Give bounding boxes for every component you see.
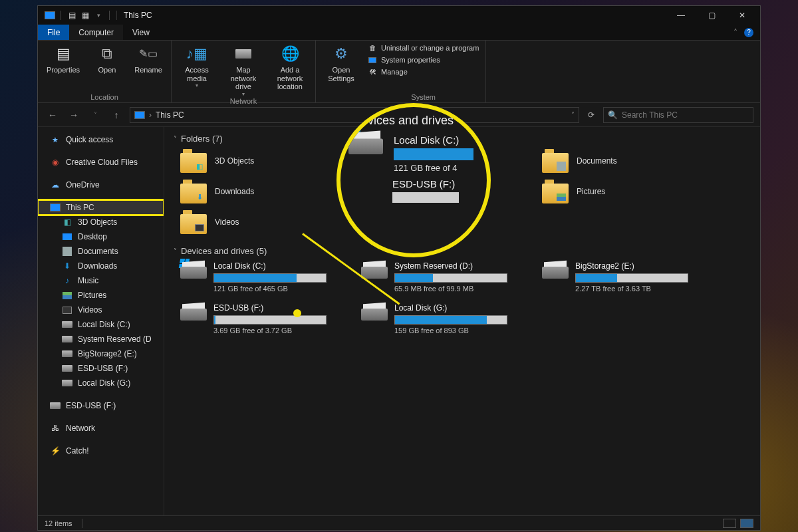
add-location-icon: 🌐 (279, 43, 301, 65)
drive-name: ESD-USB (F:) (213, 303, 346, 313)
sidebar-pictures[interactable]: Pictures (38, 288, 164, 303)
drive-icon (361, 303, 388, 323)
drive-icon (62, 363, 72, 374)
access-media-button[interactable]: ♪▦ Access media▾ (178, 43, 215, 88)
folder-3d-objects[interactable]: ◧3D Objects (180, 149, 346, 173)
ribbon-group-system: ⚙ Open Settings 🗑Uninstall or change a p… (316, 41, 486, 102)
network-icon (50, 423, 61, 434)
network-drive-icon (233, 43, 254, 65)
qat-dropdown-icon[interactable]: ▾ (93, 10, 104, 21)
sidebar-bigstorage[interactable]: BigStorage2 (E:) (38, 346, 164, 361)
back-button[interactable]: ← (45, 110, 61, 120)
tab-view[interactable]: View (123, 25, 159, 40)
sidebar-catch[interactable]: Catch! (38, 444, 164, 458)
sidebar-music[interactable]: Music (38, 273, 164, 288)
forward-button[interactable]: → (66, 110, 82, 120)
tab-file[interactable]: File (38, 25, 69, 40)
help-icon[interactable]: ? (744, 28, 753, 37)
chevron-down-icon: ˅ (174, 135, 177, 142)
drive-item[interactable]: BigStorage2 (E:) 2.27 TB free of 3.63 TB (542, 261, 708, 293)
file-explorer-window: ▤ ▦ ▾ This PC — ▢ ✕ File Computer View ˄… (37, 5, 761, 531)
drive-name: Local Disk (G:) (394, 303, 527, 313)
pc-icon (50, 202, 61, 213)
sidebar-documents[interactable]: Documents (38, 244, 164, 259)
address-box[interactable]: › This PC ˅ (130, 107, 579, 123)
map-network-drive-button[interactable]: Map network drive▾ (225, 43, 262, 97)
sidebar-local-disk-c[interactable]: Local Disk (C:) (38, 317, 164, 332)
sidebar-esd-usb[interactable]: ESD-USB (F:) (38, 361, 164, 376)
add-network-location-button[interactable]: 🌐 Add a network location (271, 43, 309, 91)
chevron-right-icon: › (149, 110, 152, 120)
open-icon: ⧉ (96, 43, 118, 65)
tab-computer[interactable]: Computer (69, 25, 123, 40)
details-view-button[interactable] (723, 519, 736, 528)
system-properties-button[interactable]: System properties (368, 55, 479, 65)
sidebar-quick-access[interactable]: Quick access (38, 132, 164, 147)
folder-pictures[interactable]: Pictures (542, 180, 708, 203)
capacity-bar (213, 273, 327, 283)
uninstall-icon: 🗑 (368, 43, 377, 53)
sidebar-onedrive[interactable]: OneDrive (38, 178, 164, 192)
sidebar-this-pc[interactable]: This PC (38, 200, 164, 215)
folder-documents[interactable]: Documents (542, 149, 708, 173)
open-settings-button[interactable]: ⚙ Open Settings (323, 43, 360, 82)
drive-item[interactable]: Local Disk (C:) 121 GB free of 465 GB (180, 261, 346, 293)
ribbon-tabs: File Computer View ˄ ? (38, 25, 760, 41)
group-label-system: System (368, 93, 479, 101)
drive-name: Local Disk (C:) (213, 261, 346, 271)
downloads-icon (62, 261, 72, 271)
close-button[interactable]: ✕ (727, 6, 757, 25)
maximize-button[interactable]: ▢ (696, 6, 727, 25)
drive-icon (542, 261, 569, 281)
catch-icon (50, 446, 61, 456)
drive-icon (62, 319, 72, 330)
sidebar-local-disk-g[interactable]: Local Disk (G:) (38, 376, 164, 390)
drive-free-text: 2.27 TB free of 3.63 TB (575, 285, 708, 293)
drive-item[interactable]: Local Disk (G:) 159 GB free of 893 GB (361, 303, 527, 334)
sidebar-system-reserved[interactable]: System Reserved (D (38, 332, 164, 346)
settings-icon: ⚙ (331, 43, 352, 65)
drive-icon (180, 261, 207, 281)
cube-icon: ◧ (62, 217, 72, 227)
ribbon-collapse-icon[interactable]: ˄ (733, 28, 737, 37)
uninstall-button[interactable]: 🗑Uninstall or change a program (368, 43, 479, 53)
sidebar-creative-cloud[interactable]: ◉Creative Cloud Files (38, 155, 164, 170)
breadcrumb[interactable]: This PC (156, 110, 184, 120)
qat-new-icon[interactable]: ▤ (66, 10, 77, 21)
manage-button[interactable]: 🛠Manage (368, 67, 479, 76)
app-icon (45, 10, 55, 21)
drive-item[interactable]: ESD-USB (F:) 3.69 GB free of 3.72 GB (180, 303, 346, 334)
sidebar-videos[interactable]: Videos (38, 303, 164, 317)
drive-icon (62, 378, 72, 388)
refresh-button[interactable]: ⟳ (585, 110, 598, 120)
history-dropdown[interactable]: ˅ (87, 111, 103, 118)
sidebar-downloads[interactable]: Downloads (38, 259, 164, 273)
folder-videos[interactable]: Videos (180, 210, 346, 234)
music-icon (62, 275, 72, 286)
address-dropdown-icon[interactable]: ˅ (571, 111, 575, 118)
drive-item[interactable]: System Reserved (D:) 65.9 MB free of 99.… (361, 261, 527, 293)
magnifier-bar (394, 148, 473, 160)
properties-button[interactable]: ▤ Properties (45, 43, 82, 74)
open-button[interactable]: ⧉ Open (91, 43, 123, 74)
folder-downloads[interactable]: Downloads (180, 180, 346, 203)
up-button[interactable]: ↑ (108, 110, 124, 120)
sidebar-3d-objects[interactable]: ◧3D Objects (38, 215, 164, 229)
sidebar-desktop[interactable]: Desktop (38, 229, 164, 244)
documents-icon (62, 246, 72, 257)
drive-icon (180, 303, 207, 323)
search-icon: 🔍 (608, 110, 618, 120)
drives-section-header[interactable]: ˅ Devices and drives (5) (174, 246, 751, 256)
drive-name: System Reserved (D:) (394, 261, 527, 271)
qat-properties-icon[interactable]: ▦ (80, 10, 90, 21)
properties-icon: ▤ (53, 43, 74, 65)
magnifier-callout: Devices and drives Local Disk (C:) 121 G… (336, 103, 491, 257)
tiles-view-button[interactable] (740, 519, 753, 528)
search-input[interactable]: 🔍 Search This PC (603, 107, 753, 123)
sidebar-network[interactable]: Network (38, 421, 164, 436)
rename-button[interactable]: ✎▭ Rename (132, 43, 164, 74)
minimize-button[interactable]: — (666, 6, 696, 25)
sidebar-esd-usb-root[interactable]: ESD-USB (F:) (38, 398, 164, 413)
ribbon-group-location: ▤ Properties ⧉ Open ✎▭ Rename Location (38, 41, 172, 102)
media-icon: ♪▦ (186, 43, 207, 65)
